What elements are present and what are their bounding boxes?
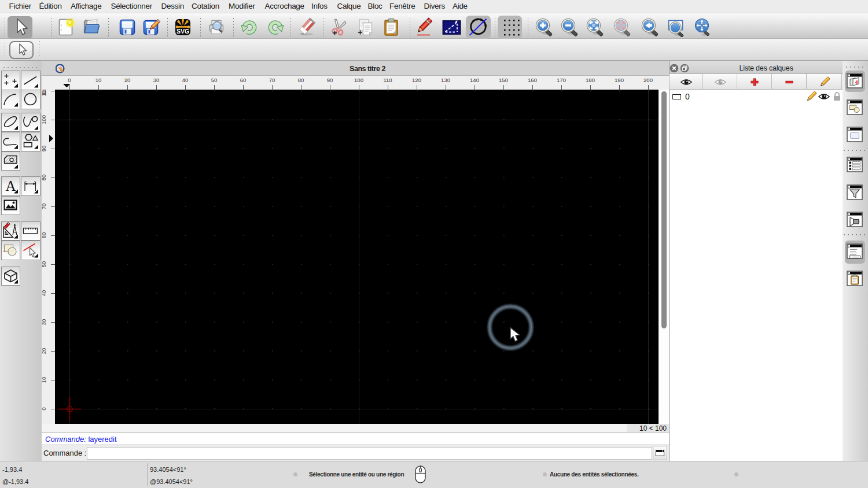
svg-text:A: A (5, 178, 16, 194)
svg-text:SVG: SVG (176, 28, 189, 35)
